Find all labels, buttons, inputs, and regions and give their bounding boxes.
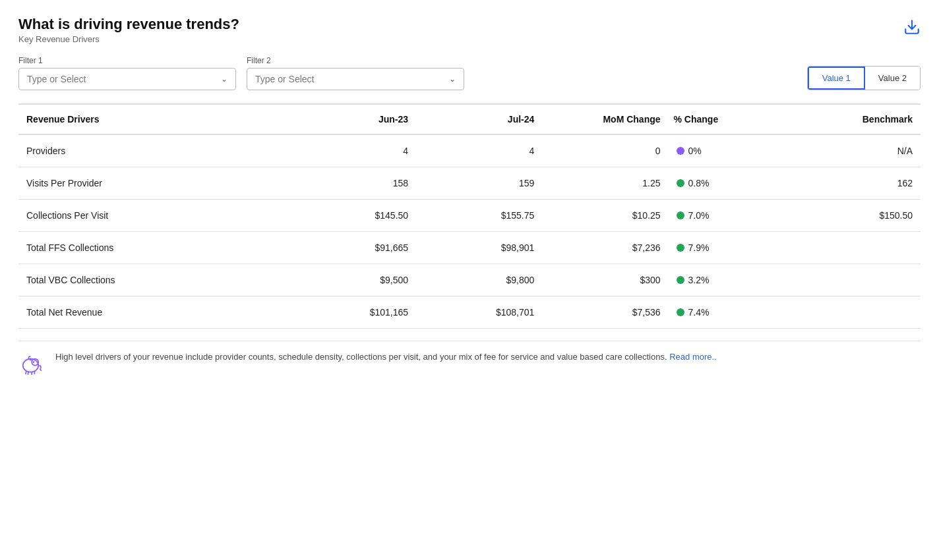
table-row: Visits Per Provider 158 159 1.25 0.8% 16…: [18, 167, 921, 200]
cell-jun23: 4: [290, 134, 416, 167]
col-header-bench: Benchmark: [804, 104, 921, 134]
read-more-link[interactable]: Read more..: [669, 352, 717, 362]
filter1-chevron-icon: ⌄: [221, 74, 227, 84]
page-title: What is driving revenue trends?: [18, 16, 239, 33]
cell-jul24: 4: [416, 134, 542, 167]
filter1-value: Type or Select: [27, 74, 86, 84]
pct-value: 3.2%: [688, 275, 710, 285]
cell-mom: $7,236: [542, 232, 668, 264]
cell-mom: 0: [542, 134, 668, 167]
cell-driver: Visits Per Provider: [18, 167, 290, 200]
cell-bench: [804, 296, 921, 329]
cell-jul24: $9,800: [416, 264, 542, 296]
page-subtitle: Key Revenue Drivers: [18, 34, 239, 44]
filter2-select[interactable]: Type or Select ⌄: [247, 68, 464, 90]
col-header-pct: % Change: [669, 104, 804, 134]
filter2-chevron-icon: ⌄: [449, 74, 456, 84]
cell-driver: Providers: [18, 134, 290, 167]
col-header-mom: MoM Change: [542, 104, 668, 134]
cell-pct: 3.2%: [669, 264, 804, 296]
col-header-jun23: Jun-23: [290, 104, 416, 134]
table-row: Total FFS Collections $91,665 $98,901 $7…: [18, 232, 921, 264]
change-dot-icon: [677, 147, 684, 155]
cell-bench: [804, 264, 921, 296]
table-row: Total VBC Collections $9,500 $9,800 $300…: [18, 264, 921, 296]
cell-driver: Total FFS Collections: [18, 232, 290, 264]
cell-bench: [804, 232, 921, 264]
cell-jun23: $101,165: [290, 296, 416, 329]
cell-mom: 1.25: [542, 167, 668, 200]
col-header-jul24: Jul-24: [416, 104, 542, 134]
table-header-row: Revenue Drivers Jun-23 Jul-24 MoM Change…: [18, 104, 921, 134]
cell-jul24: 159: [416, 167, 542, 200]
cell-bench: N/A: [804, 134, 921, 167]
cell-pct: 0%: [669, 134, 804, 167]
filter1-select[interactable]: Type or Select ⌄: [18, 68, 236, 90]
cell-pct: 7.0%: [669, 200, 804, 232]
filter2-group: Filter 2 Type or Select ⌄: [247, 56, 464, 90]
revenue-drivers-table: Revenue Drivers Jun-23 Jul-24 MoM Change…: [18, 103, 921, 329]
title-block: What is driving revenue trends? Key Reve…: [18, 16, 239, 44]
cell-jun23: 158: [290, 167, 416, 200]
pct-value: 7.4%: [688, 307, 710, 318]
cell-mom: $7,536: [542, 296, 668, 329]
download-button[interactable]: [903, 18, 921, 40]
cell-mom: $300: [542, 264, 668, 296]
cell-bench: 162: [804, 167, 921, 200]
page-header: What is driving revenue trends? Key Reve…: [18, 16, 921, 44]
change-dot-icon: [677, 211, 684, 219]
cell-driver: Total Net Revenue: [18, 296, 290, 329]
filter1-label: Filter 1: [18, 56, 236, 65]
col-header-drivers: Revenue Drivers: [18, 104, 290, 134]
filter1-group: Filter 1 Type or Select ⌄: [18, 56, 236, 90]
cell-bench: $150.50: [804, 200, 921, 232]
change-dot-icon: [677, 244, 684, 252]
value1-button[interactable]: Value 1: [808, 67, 865, 90]
table-row: Providers 4 4 0 0% N/A: [18, 134, 921, 167]
svg-point-9: [34, 361, 35, 362]
cell-driver: Total VBC Collections: [18, 264, 290, 296]
change-dot-icon: [677, 179, 684, 187]
table-row: Collections Per Visit $145.50 $155.75 $1…: [18, 200, 921, 232]
cell-jul24: $155.75: [416, 200, 542, 232]
pct-value: 7.9%: [688, 242, 710, 253]
change-dot-icon: [677, 276, 684, 284]
cell-pct: 0.8%: [669, 167, 804, 200]
cell-jun23: $145.50: [290, 200, 416, 232]
cell-jul24: $98,901: [416, 232, 542, 264]
cell-driver: Collections Per Visit: [18, 200, 290, 232]
pct-value: 0.8%: [688, 178, 710, 188]
value2-button[interactable]: Value 2: [865, 67, 920, 90]
svg-line-4: [26, 371, 26, 374]
filters-row: Filter 1 Type or Select ⌄ Filter 2 Type …: [18, 56, 921, 90]
cell-pct: 7.4%: [669, 296, 804, 329]
filter2-value: Type or Select: [255, 74, 315, 84]
cell-jun23: $91,665: [290, 232, 416, 264]
cell-pct: 7.9%: [669, 232, 804, 264]
cell-jun23: $9,500: [290, 264, 416, 296]
change-dot-icon: [677, 308, 684, 316]
svg-line-5: [28, 372, 28, 375]
cell-jul24: $108,701: [416, 296, 542, 329]
filter2-label: Filter 2: [247, 56, 464, 65]
footer-note: High level drivers of your revenue inclu…: [18, 341, 921, 378]
footer-text: High level drivers of your revenue inclu…: [55, 350, 717, 364]
pct-value: 0%: [688, 146, 702, 156]
cell-mom: $10.25: [542, 200, 668, 232]
value-toggle: Value 1 Value 2: [807, 66, 921, 90]
table-row: Total Net Revenue $101,165 $108,701 $7,5…: [18, 296, 921, 329]
piggy-bank-icon: [18, 350, 46, 378]
pct-value: 7.0%: [688, 210, 710, 221]
